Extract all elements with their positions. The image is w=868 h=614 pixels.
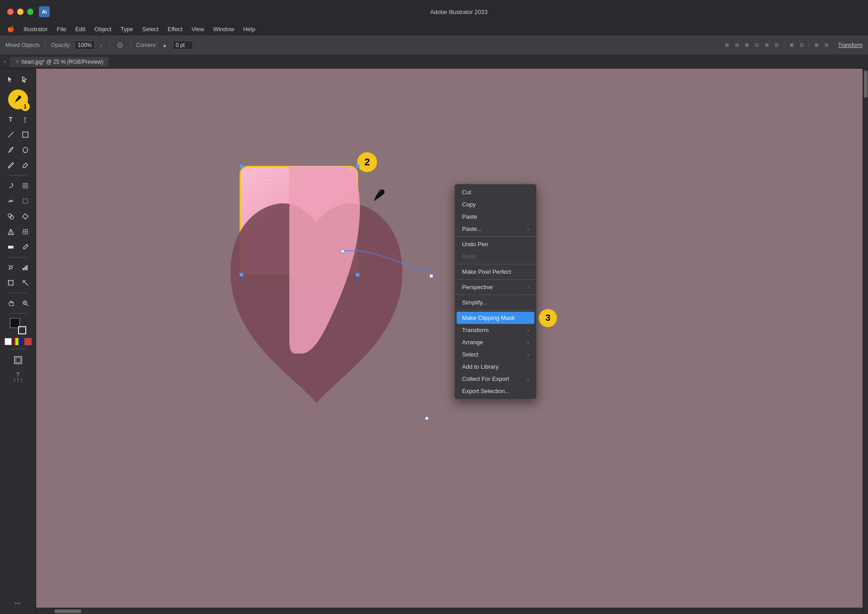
- menu-edit[interactable]: Edit: [71, 25, 89, 33]
- panel-collapse-icon[interactable]: «: [4, 59, 6, 64]
- ctx-transform[interactable]: Transform ›: [455, 324, 536, 336]
- column-graph-button[interactable]: [18, 260, 33, 275]
- ctx-undo[interactable]: Undo Pen: [455, 238, 536, 250]
- ctx-sep-3: [455, 279, 536, 280]
- corners-label: Corners:: [136, 42, 157, 48]
- ctx-collect-export-label: Collect For Export: [462, 375, 509, 382]
- opacity-label: Opacity:: [51, 42, 71, 48]
- ctx-perspective[interactable]: Perspective ›: [455, 281, 536, 293]
- ctx-arrange-arrow: ›: [527, 340, 529, 345]
- maximize-button[interactable]: [27, 9, 33, 15]
- paintbrush-tool-button[interactable]: [4, 143, 18, 157]
- distribute-spacing-v-icon[interactable]: ⊟: [822, 41, 831, 50]
- blob-brush-tool-button[interactable]: [18, 143, 33, 157]
- corners-value[interactable]: 0 pt: [173, 41, 193, 50]
- gradient-tool-button[interactable]: [4, 240, 18, 254]
- free-transform-tool-button[interactable]: [18, 194, 33, 208]
- menu-help[interactable]: Help: [240, 25, 259, 33]
- horizontal-scrollbar-thumb[interactable]: [54, 609, 81, 613]
- rotate-tool-button[interactable]: [4, 178, 18, 193]
- color-swatch-icon[interactable]: [24, 338, 32, 345]
- right-scrollbar[interactable]: [863, 69, 868, 614]
- ctx-clipping-mask[interactable]: Make Clipping Mask 3: [457, 312, 534, 324]
- shape-builder-tool-button[interactable]: [4, 209, 18, 224]
- symbol-sprayer-button[interactable]: [4, 260, 18, 275]
- live-paint-bucket-button[interactable]: [18, 209, 33, 224]
- ctx-export-selection[interactable]: Export Selection...: [455, 385, 536, 397]
- eraser-tool-button[interactable]: [18, 158, 33, 173]
- ctx-cut[interactable]: Cut: [455, 186, 536, 198]
- ctx-arrange[interactable]: Arrange ›: [455, 336, 536, 348]
- horizontal-scrollbar[interactable]: [36, 608, 863, 614]
- opacity-expand-button[interactable]: ›: [99, 42, 104, 49]
- type-tool-button[interactable]: T: [4, 112, 18, 127]
- mesh-tool-button[interactable]: [18, 225, 33, 239]
- menu-file[interactable]: File: [53, 25, 70, 33]
- menu-illustrator[interactable]: Illustrator: [20, 25, 51, 33]
- ctx-copy-label: Copy: [462, 201, 476, 208]
- opacity-value[interactable]: 100%: [75, 41, 95, 50]
- ctx-select[interactable]: Select ›: [455, 348, 536, 361]
- ctx-pixel-perfect[interactable]: Make Pixel Perfect: [455, 266, 536, 278]
- ctx-export-selection-label: Export Selection...: [462, 388, 510, 394]
- perspective-grid-tool-button[interactable]: [4, 225, 18, 239]
- align-center-h-icon[interactable]: ⊟: [732, 41, 741, 50]
- help-tool-button[interactable]: ?: [16, 371, 20, 378]
- align-bottom-edges-icon[interactable]: ⊟: [772, 41, 781, 50]
- ctx-copy[interactable]: Copy: [455, 198, 536, 211]
- align-left-edges-icon[interactable]: ⊞: [722, 41, 731, 50]
- align-right-edges-icon[interactable]: ⊠: [742, 41, 751, 50]
- ctx-paste[interactable]: Paste: [455, 211, 536, 223]
- ctx-simplify[interactable]: Simplify...: [455, 296, 536, 309]
- ctx-paste-sub[interactable]: Paste... ›: [455, 223, 536, 235]
- line-tool-button[interactable]: [4, 127, 18, 142]
- vertical-scrollbar-thumb[interactable]: [864, 70, 868, 98]
- menu-apple[interactable]: 🍎: [4, 25, 18, 33]
- eyedropper-tool-button[interactable]: [18, 240, 33, 254]
- menubar: 🍎 Illustrator File Edit Object Type Sele…: [0, 23, 868, 35]
- menu-type[interactable]: Type: [117, 25, 137, 33]
- scale-tool-button[interactable]: [18, 178, 33, 193]
- distribute-spacing-h-icon[interactable]: ⊞: [812, 41, 821, 50]
- artboard-tool-button[interactable]: [4, 276, 18, 290]
- menu-select[interactable]: Select: [139, 25, 162, 33]
- menu-object[interactable]: Object: [91, 25, 115, 33]
- zoom-tool-button[interactable]: [18, 296, 33, 310]
- ctx-select-arrow: ›: [527, 352, 529, 357]
- menu-view[interactable]: View: [188, 25, 208, 33]
- align-top-edges-icon[interactable]: ⊡: [752, 41, 761, 50]
- slice-tool-button[interactable]: [18, 276, 33, 290]
- distribute-h-icon[interactable]: ⊠: [787, 41, 796, 50]
- minimize-button[interactable]: [17, 9, 24, 15]
- none-fill-icon[interactable]: [5, 338, 12, 345]
- color-mode-icon[interactable]: [14, 338, 22, 345]
- align-center-v-icon[interactable]: ⊞: [762, 41, 771, 50]
- global-edit-icon[interactable]: ⊙: [115, 40, 125, 50]
- ctx-collect-export[interactable]: Collect For Export ›: [455, 373, 536, 385]
- hand-tool-button[interactable]: [4, 296, 18, 310]
- tab-close-icon[interactable]: ✕: [15, 59, 19, 64]
- more-tools-button[interactable]: •••: [15, 601, 21, 606]
- warp-tool-button[interactable]: [4, 194, 18, 208]
- ctx-undo-label: Undo Pen: [462, 241, 488, 248]
- menu-window[interactable]: Window: [210, 25, 238, 33]
- rectangle-tool-button[interactable]: [18, 127, 33, 142]
- direct-selection-tool-button[interactable]: [18, 72, 33, 87]
- ctx-add-library[interactable]: Add to Library: [455, 361, 536, 373]
- stack-view-button[interactable]: [11, 353, 25, 367]
- stroke-color-swatch[interactable]: [18, 326, 26, 334]
- touch-type-tool-button[interactable]: T̲: [18, 112, 33, 127]
- document-tab[interactable]: ✕ heart.jpg* @ 25 % (RGB/Preview): [10, 57, 109, 67]
- menu-effect[interactable]: Effect: [164, 25, 186, 33]
- selection-tool-button[interactable]: [4, 72, 18, 87]
- close-button[interactable]: [7, 9, 14, 15]
- toolbar-sep-4: [198, 41, 199, 50]
- perspective-row: [4, 225, 33, 239]
- artboard-visible[interactable]: 2: [113, 69, 863, 608]
- pencil-tool-button[interactable]: [4, 158, 18, 173]
- toolbar: Mixed Objects Opacity: 100% › ⊙ Corners:…: [0, 35, 868, 55]
- distribute-v-icon[interactable]: ⊡: [797, 41, 806, 50]
- corners-stepper-up[interactable]: ▲: [160, 42, 169, 49]
- transform-panel-button[interactable]: Transform: [838, 42, 863, 48]
- ctx-add-library-label: Add to Library: [462, 363, 499, 370]
